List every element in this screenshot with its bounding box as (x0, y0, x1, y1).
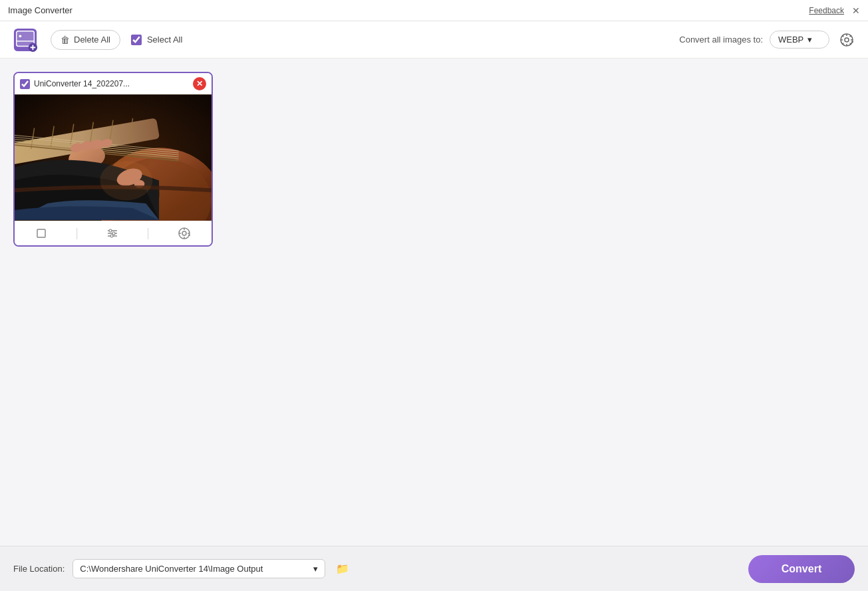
delete-all-button[interactable]: 🗑 Delete All (51, 30, 120, 50)
select-all-wrapper[interactable]: Select All (131, 35, 182, 45)
title-bar: Image Converter Feedback ✕ (0, 0, 868, 21)
svg-point-54 (182, 231, 186, 235)
svg-line-14 (842, 35, 843, 37)
select-all-checkbox[interactable] (131, 35, 142, 45)
svg-point-45 (100, 161, 152, 200)
delete-all-label: Delete All (74, 35, 110, 45)
separator-1: | (75, 226, 78, 240)
close-button[interactable]: ✕ (852, 6, 860, 15)
toolbar-right: Convert all images to: WEBP ▾ (679, 29, 857, 51)
file-path-text: C:\Wondershare UniConverter 14\Image Out… (80, 564, 309, 574)
svg-point-50 (109, 229, 112, 232)
title-bar-left: Image Converter (8, 5, 72, 15)
path-chevron-icon: ▾ (313, 564, 318, 574)
trash-icon: 🗑 (61, 35, 70, 45)
output-settings-button[interactable] (178, 227, 191, 240)
app-title: Image Converter (8, 5, 72, 15)
separator-2: | (146, 226, 150, 240)
svg-point-51 (112, 232, 115, 235)
file-location-label: File Location: (13, 564, 65, 574)
folder-browse-icon[interactable]: 📁 (336, 562, 349, 575)
svg-rect-46 (37, 229, 45, 237)
bottom-bar: File Location: C:\Wondershare UniConvert… (0, 546, 868, 591)
card-header: UniConverter 14_202207... ✕ (15, 73, 212, 94)
title-bar-right: Feedback ✕ (809, 6, 860, 15)
feedback-link[interactable]: Feedback (809, 6, 844, 15)
format-dropdown[interactable]: WEBP ▾ (770, 31, 829, 49)
svg-point-9 (845, 38, 849, 42)
main-content: UniConverter 14_202207... ✕ (0, 59, 868, 546)
image-card: UniConverter 14_202207... ✕ (13, 72, 213, 247)
card-close-button[interactable]: ✕ (193, 77, 206, 90)
close-icon: ✕ (196, 79, 203, 88)
select-all-label: Select All (147, 35, 182, 45)
add-image-button[interactable] (11, 25, 40, 55)
chevron-down-icon: ▾ (807, 35, 812, 45)
convert-all-label: Convert all images to: (679, 35, 763, 45)
toolbar: 🗑 Delete All Select All Convert all imag… (0, 21, 868, 59)
selected-format: WEBP (778, 35, 803, 45)
svg-point-52 (110, 235, 113, 237)
card-checkbox[interactable] (20, 79, 30, 89)
svg-line-16 (850, 35, 851, 37)
svg-point-4 (19, 35, 22, 37)
convert-button[interactable]: Convert (748, 555, 855, 583)
svg-line-17 (842, 43, 843, 44)
adjust-button[interactable] (106, 227, 118, 239)
card-filename: UniConverter 14_202207... (34, 79, 189, 88)
crop-button[interactable] (35, 227, 47, 239)
global-settings-button[interactable] (836, 29, 857, 51)
file-path-dropdown[interactable]: C:\Wondershare UniConverter 14\Image Out… (72, 559, 325, 578)
card-image-preview (15, 94, 212, 221)
card-actions: | | (15, 221, 212, 245)
svg-line-15 (850, 43, 851, 44)
